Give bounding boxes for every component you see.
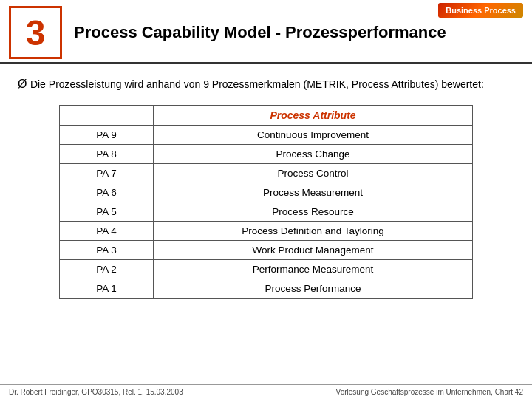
table-cell-attribute: Work Product Management	[154, 241, 473, 260]
slide-footer: Dr. Robert Freidinger, GPO30315, Rel. 1,…	[0, 384, 532, 399]
table-row: PA 2Performance Measurement	[60, 260, 473, 279]
table-cell-attribute: Process Definition and Tayloring	[154, 222, 473, 241]
table-cell-code: PA 4	[60, 222, 154, 241]
table-cell-attribute: Process Control	[154, 164, 473, 183]
table-cell-code: PA 6	[60, 183, 154, 202]
slide-header: 3 Process Capability Model - Prozessperf…	[0, 0, 532, 64]
table-row: PA 5Process Resource	[60, 202, 473, 222]
table-cell-code: PA 5	[60, 202, 154, 222]
table-cell-attribute: Process Performance	[154, 279, 473, 299]
slide-number: 3	[9, 6, 62, 59]
table-cell-code: PA 3	[60, 241, 154, 260]
table-row: PA 4Process Definition and Tayloring	[60, 222, 473, 241]
table-cell-attribute: Process Measurement	[154, 183, 473, 202]
brand-label: Business Process	[438, 3, 523, 18]
process-attribute-table: Process Attribute PA 9Continuous Improve…	[59, 105, 473, 299]
footer-left: Dr. Robert Freidinger, GPO30315, Rel. 1,…	[9, 388, 183, 396]
table-row: PA 3Work Product Management	[60, 241, 473, 260]
table-row: PA 9Continuous Improvement	[60, 126, 473, 145]
table-cell-code: PA 7	[60, 164, 154, 183]
table-cell-attribute: Performance Measurement	[154, 260, 473, 279]
table-container: Process Attribute PA 9Continuous Improve…	[18, 105, 514, 299]
table-cell-code: PA 2	[60, 260, 154, 279]
table-row: PA 8Process Change	[60, 145, 473, 164]
title-area: Process Capability Model - Prozessperfor…	[74, 23, 523, 42]
page-title: Process Capability Model - Prozessperfor…	[74, 23, 523, 42]
table-row: PA 6Process Measurement	[60, 183, 473, 202]
table-header-row: Process Attribute	[60, 106, 473, 126]
table-row: PA 1Process Performance	[60, 279, 473, 299]
table-header-code	[60, 106, 154, 126]
bullet-text: Die Prozessleistung wird anhand von 9 Pr…	[18, 75, 514, 93]
table-cell-code: PA 9	[60, 126, 154, 145]
table-header-attribute: Process Attribute	[154, 106, 473, 126]
footer-right: Vorlesung Geschäftsprozesse im Unternehm…	[336, 388, 523, 396]
main-content: Die Prozessleistung wird anhand von 9 Pr…	[0, 64, 532, 304]
table-cell-attribute: Process Resource	[154, 202, 473, 222]
table-cell-attribute: Process Change	[154, 145, 473, 164]
table-cell-code: PA 8	[60, 145, 154, 164]
table-cell-code: PA 1	[60, 279, 154, 299]
table-row: PA 7Process Control	[60, 164, 473, 183]
table-cell-attribute: Continuous Improvement	[154, 126, 473, 145]
